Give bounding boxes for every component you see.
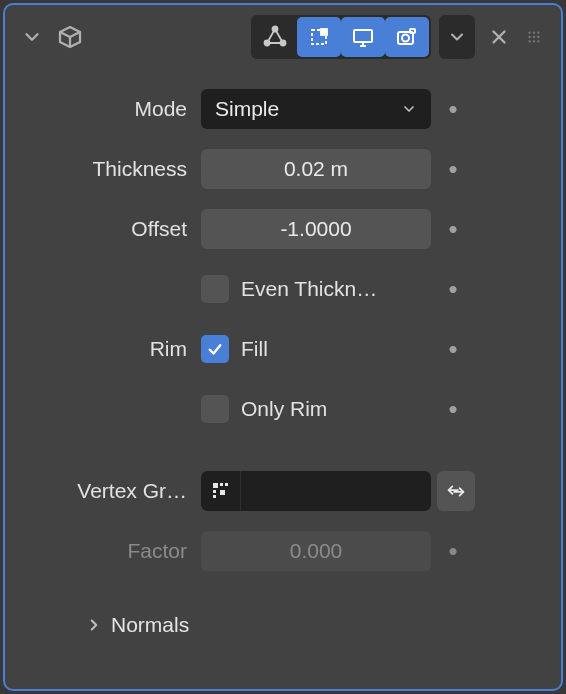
mode-value: Simple bbox=[215, 97, 279, 121]
svg-point-17 bbox=[528, 36, 530, 38]
modifier-panel: Mode Simple • Thickness 0.02 m • Offset … bbox=[3, 3, 563, 691]
rim-label: Rim bbox=[27, 337, 201, 361]
svg-rect-6 bbox=[354, 30, 372, 42]
svg-rect-9 bbox=[398, 32, 413, 44]
factor-label: Factor bbox=[27, 539, 201, 563]
even-thickness-checkbox[interactable] bbox=[201, 275, 229, 303]
pin-thickness[interactable]: • bbox=[431, 156, 475, 182]
svg-rect-11 bbox=[410, 29, 415, 33]
remove-modifier-button[interactable] bbox=[483, 21, 515, 53]
svg-point-19 bbox=[537, 36, 539, 38]
mode-select[interactable]: Simple bbox=[201, 89, 431, 129]
offset-input[interactable]: -1.0000 bbox=[201, 209, 431, 249]
rim-fill-label: Fill bbox=[241, 337, 268, 361]
toggle-vertex[interactable] bbox=[253, 17, 297, 57]
chevron-right-icon bbox=[85, 616, 103, 634]
modifier-extras-dropdown[interactable] bbox=[439, 15, 475, 59]
svg-rect-26 bbox=[213, 490, 216, 493]
svg-point-20 bbox=[528, 40, 530, 42]
modifier-body: Mode Simple • Thickness 0.02 m • Offset … bbox=[5, 65, 561, 637]
svg-point-2 bbox=[281, 41, 286, 46]
svg-point-18 bbox=[533, 36, 535, 38]
vertex-group-invert-button[interactable] bbox=[437, 471, 475, 511]
factor-value: 0.000 bbox=[290, 539, 343, 563]
vertex-group-label: Vertex Gr… bbox=[27, 479, 201, 503]
pin-offset[interactable]: • bbox=[431, 216, 475, 242]
pin-factor: • bbox=[431, 538, 475, 564]
pin-mode[interactable]: • bbox=[431, 96, 475, 122]
svg-rect-28 bbox=[213, 495, 216, 498]
pin-rim-fill[interactable]: • bbox=[431, 336, 475, 362]
mode-label: Mode bbox=[27, 97, 201, 121]
svg-rect-4 bbox=[312, 30, 326, 44]
svg-point-21 bbox=[533, 40, 535, 42]
svg-point-10 bbox=[402, 35, 409, 42]
svg-point-16 bbox=[537, 31, 539, 33]
normals-label: Normals bbox=[111, 613, 189, 637]
svg-rect-23 bbox=[213, 483, 218, 488]
factor-input: 0.000 bbox=[201, 531, 431, 571]
pin-rim-only[interactable]: • bbox=[431, 396, 475, 422]
thickness-input[interactable]: 0.02 m bbox=[201, 149, 431, 189]
rim-only-row: Only Rim bbox=[201, 395, 431, 423]
solidify-icon bbox=[53, 20, 87, 54]
svg-point-1 bbox=[273, 27, 278, 32]
thickness-label: Thickness bbox=[27, 157, 201, 181]
pin-even[interactable]: • bbox=[431, 276, 475, 302]
svg-point-15 bbox=[533, 31, 535, 33]
toggle-display[interactable] bbox=[341, 17, 385, 57]
vertex-group-select[interactable] bbox=[241, 471, 431, 511]
offset-label: Offset bbox=[27, 217, 201, 241]
svg-point-22 bbox=[537, 40, 539, 42]
rim-only-label: Only Rim bbox=[241, 397, 327, 421]
chevron-down-icon bbox=[401, 101, 417, 117]
svg-rect-27 bbox=[220, 490, 225, 495]
toggle-editmode[interactable] bbox=[297, 17, 341, 57]
collapse-chevron-icon[interactable] bbox=[19, 24, 45, 50]
rim-fill-row: Fill bbox=[201, 335, 431, 363]
rim-fill-checkbox[interactable] bbox=[201, 335, 229, 363]
visibility-toggle-group bbox=[251, 15, 431, 59]
even-thickness-row: Even Thickn… bbox=[201, 275, 431, 303]
normals-subpanel-header[interactable]: Normals bbox=[27, 613, 539, 637]
offset-value: -1.0000 bbox=[280, 217, 351, 241]
svg-point-14 bbox=[528, 31, 530, 33]
svg-rect-5 bbox=[321, 29, 327, 35]
toggle-render[interactable] bbox=[385, 17, 429, 57]
modifier-header bbox=[5, 5, 561, 65]
rim-only-checkbox[interactable] bbox=[201, 395, 229, 423]
svg-marker-0 bbox=[267, 29, 283, 43]
drag-handle-icon[interactable] bbox=[523, 25, 547, 49]
thickness-value: 0.02 m bbox=[284, 157, 348, 181]
vertex-group-icon[interactable] bbox=[201, 471, 241, 511]
svg-rect-24 bbox=[220, 483, 223, 486]
svg-point-3 bbox=[265, 41, 270, 46]
even-thickness-label: Even Thickn… bbox=[241, 277, 377, 301]
svg-rect-25 bbox=[225, 483, 228, 486]
